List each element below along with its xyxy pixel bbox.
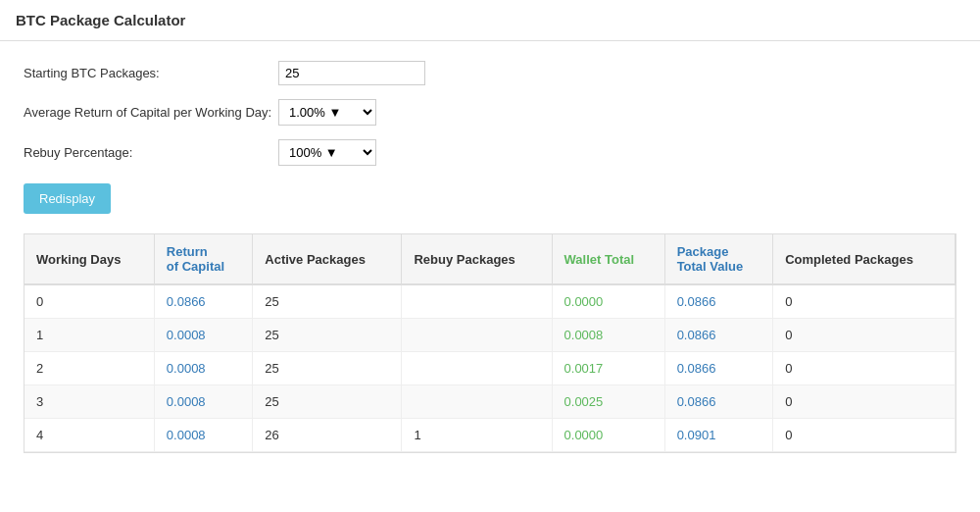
table-cell: 0.0000 — [552, 419, 664, 452]
table-cell: 0.0866 — [664, 284, 773, 319]
table-cell: 0.0017 — [552, 352, 664, 385]
table-cell: 0.0008 — [552, 319, 664, 352]
table-cell — [402, 284, 552, 319]
table-cell: 25 — [253, 319, 402, 352]
page-wrapper: BTC Package Calculator Starting BTC Pack… — [0, 0, 980, 512]
col-active-packages: Active Packages — [253, 234, 402, 284]
table-cell: 0 — [773, 352, 956, 385]
table-cell: 3 — [24, 385, 154, 419]
table-row: 30.0008250.00250.08660 — [24, 385, 956, 419]
table-cell: 0.0008 — [154, 352, 252, 385]
table-cell — [402, 352, 552, 385]
table-row: 10.0008250.00080.08660 — [24, 319, 956, 352]
table-body: 00.0866250.00000.0866010.0008250.00080.0… — [24, 284, 956, 452]
table-cell: 2 — [24, 352, 154, 385]
header-bar: BTC Package Calculator — [0, 0, 980, 41]
content: Starting BTC Packages: Average Return of… — [0, 41, 980, 473]
table-header-row: Working Days Returnof Capital Active Pac… — [24, 234, 956, 284]
starting-packages-input[interactable] — [278, 61, 425, 85]
table-row: 40.00082610.00000.09010 — [24, 419, 956, 452]
redisplay-button[interactable]: Redisplay — [24, 183, 111, 214]
table-cell: 0.0008 — [154, 319, 252, 352]
table-cell: 1 — [24, 319, 154, 352]
table-cell — [402, 385, 552, 419]
table-cell: 1 — [402, 419, 552, 452]
table-wrapper: Working Days Returnof Capital Active Pac… — [24, 233, 956, 453]
table-cell: 4 — [24, 419, 154, 452]
col-completed-packages: Completed Packages — [773, 234, 956, 284]
col-package-total-value: PackageTotal Value — [664, 234, 773, 284]
table-cell: 0.0025 — [552, 385, 664, 419]
table-row: 00.0866250.00000.08660 — [24, 284, 956, 319]
rebuy-percentage-select[interactable]: 100% ▼ 75% 50% 25% 0% — [278, 139, 376, 166]
table-cell — [402, 319, 552, 352]
table-cell: 0 — [773, 385, 956, 419]
table-cell: 0.0866 — [664, 385, 773, 419]
table-cell: 26 — [253, 419, 402, 452]
table-cell: 25 — [253, 284, 402, 319]
table-cell: 0.0866 — [154, 284, 252, 319]
table-cell: 25 — [253, 385, 402, 419]
table-cell: 0.0008 — [154, 385, 252, 419]
page-title: BTC Package Calculator — [16, 12, 964, 28]
col-wallet-total: Wallet Total — [552, 234, 664, 284]
starting-packages-row: Starting BTC Packages: — [24, 61, 956, 85]
table-cell: 0.0008 — [154, 419, 252, 452]
starting-packages-label: Starting BTC Packages: — [24, 66, 278, 80]
table-cell: 0 — [24, 284, 154, 319]
rebuy-percentage-row: Rebuy Percentage: 100% ▼ 75% 50% 25% 0% — [24, 139, 956, 166]
table-cell: 0 — [773, 284, 956, 319]
average-return-label: Average Return of Capital per Working Da… — [24, 105, 278, 120]
table-cell: 0.0000 — [552, 284, 664, 319]
table-cell: 0 — [773, 319, 956, 352]
table-cell: 25 — [253, 352, 402, 385]
rebuy-percentage-label: Rebuy Percentage: — [24, 145, 278, 160]
average-return-row: Average Return of Capital per Working Da… — [24, 99, 956, 126]
col-working-days: Working Days — [24, 234, 154, 284]
data-table: Working Days Returnof Capital Active Pac… — [24, 234, 956, 452]
col-rebuy-packages: Rebuy Packages — [402, 234, 552, 284]
table-cell: 0.0866 — [664, 319, 773, 352]
col-return-capital: Returnof Capital — [154, 234, 252, 284]
table-row: 20.0008250.00170.08660 — [24, 352, 956, 385]
table-cell: 0 — [773, 419, 956, 452]
form-section: Starting BTC Packages: Average Return of… — [24, 61, 956, 214]
average-return-select[interactable]: 1.00% ▼ 1.25% 1.50% 2.00% — [278, 99, 376, 126]
table-cell: 0.0901 — [664, 419, 773, 452]
table-cell: 0.0866 — [664, 352, 773, 385]
